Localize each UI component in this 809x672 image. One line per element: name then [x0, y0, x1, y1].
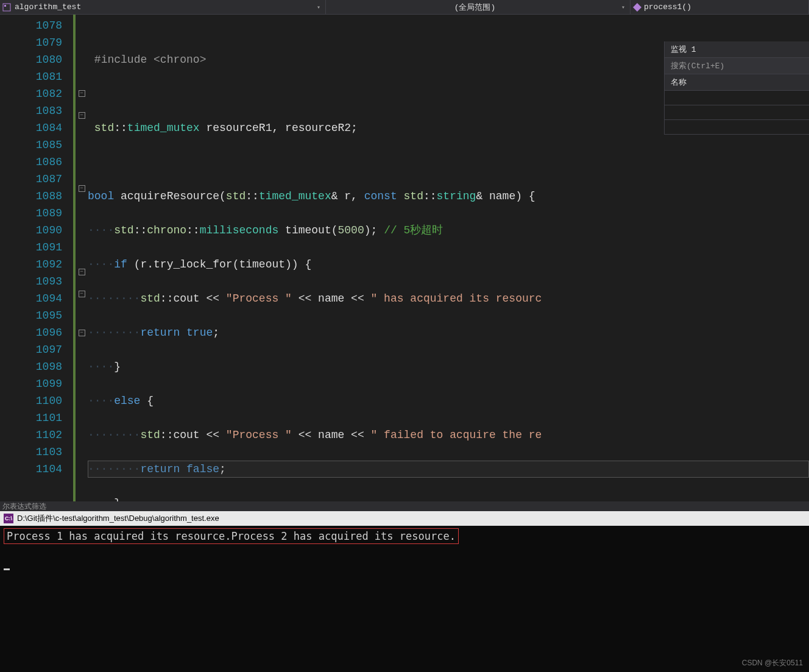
fold-toggle[interactable]: −: [79, 330, 85, 336]
line-number: 1088: [0, 188, 62, 205]
bottom-panel: 尔表达式筛选 C:\ D:\Git插件\c-test\algorithm_tes…: [0, 501, 809, 672]
console-path: D:\Git插件\c-test\algorithm_test\Debug\alg…: [17, 513, 219, 524]
line-number: 1099: [0, 375, 62, 392]
watch-panel-title: 监视 1: [665, 41, 809, 58]
fold-toggle[interactable]: −: [79, 90, 85, 97]
line-number: 1104: [0, 461, 62, 478]
line-number: 1094: [0, 290, 62, 307]
line-number-gutter: 1078 1079 1080 1081 1082 1083 1084 1085 …: [0, 15, 73, 501]
watch-search-input[interactable]: 搜索(Ctrl+E): [665, 58, 809, 74]
line-number: 1103: [0, 444, 62, 461]
watch-row[interactable]: [665, 120, 809, 135]
console-output-line: Process 1 has acquired its resource.Proc…: [4, 528, 459, 544]
line-number: 1087: [0, 171, 62, 188]
scope-label: (全局范围): [454, 2, 496, 13]
fold-toggle[interactable]: −: [79, 112, 85, 119]
current-line-highlight: [88, 461, 809, 478]
filter-label: 尔表达式筛选: [2, 501, 46, 512]
line-number: 1084: [0, 119, 62, 136]
svg-rect-2: [633, 3, 641, 12]
line-number: 1091: [0, 239, 62, 256]
console-output-area[interactable]: Process 1 has acquired its resource.Proc…: [0, 526, 809, 672]
line-number: 1090: [0, 222, 62, 239]
watch-column-header[interactable]: 名称: [665, 74, 809, 91]
line-number: 1080: [0, 51, 62, 68]
line-number: 1078: [0, 17, 62, 34]
fold-column: − − − − − −: [76, 15, 88, 501]
method-icon: [633, 3, 641, 12]
line-number: 1085: [0, 136, 62, 154]
line-number: 1093: [0, 273, 62, 290]
watermark-text: CSDN @长安0511: [742, 658, 803, 668]
line-number: 1095: [0, 307, 62, 324]
file-scope-dropdown[interactable]: algorithm_test ▾: [0, 0, 326, 14]
line-number: 1097: [0, 341, 62, 358]
chevron-down-icon: ▾: [621, 4, 625, 11]
chevron-down-icon: ▾: [317, 4, 320, 11]
cpp-file-icon: [2, 3, 11, 12]
svg-rect-0: [3, 4, 10, 11]
member-dropdown[interactable]: process1(): [631, 0, 809, 14]
line-number: 1101: [0, 409, 62, 426]
fold-toggle[interactable]: −: [79, 185, 85, 192]
line-number: 1086: [0, 154, 62, 171]
watch-row[interactable]: [665, 91, 809, 105]
fold-toggle[interactable]: −: [79, 291, 85, 297]
file-label: algorithm_test: [15, 2, 81, 12]
scope-dropdown[interactable]: (全局范围) ▾: [326, 0, 631, 14]
fold-toggle[interactable]: −: [79, 269, 85, 275]
line-number: 1082: [0, 85, 62, 102]
navigation-bar: algorithm_test ▾ (全局范围) ▾ process1(): [0, 0, 809, 15]
console-title-bar: C:\ D:\Git插件\c-test\algorithm_test\Debug…: [0, 511, 809, 526]
member-label: process1(): [644, 2, 691, 12]
line-number: 1089: [0, 205, 62, 222]
line-number: 1092: [0, 256, 62, 273]
svg-rect-1: [4, 5, 6, 7]
line-number: 1102: [0, 426, 62, 444]
line-number: 1083: [0, 102, 62, 119]
watch-row[interactable]: [665, 105, 809, 120]
line-number: 1098: [0, 358, 62, 375]
line-number: 1079: [0, 34, 62, 51]
line-number: 1100: [0, 392, 62, 409]
line-number: 1081: [0, 68, 62, 85]
filter-bar[interactable]: 尔表达式筛选: [0, 501, 809, 511]
console-cursor: [4, 568, 10, 570]
console-app-icon: C:\: [4, 514, 13, 523]
line-number: 1096: [0, 324, 62, 341]
watch-panel: 监视 1 搜索(Ctrl+E) 名称: [664, 41, 809, 135]
